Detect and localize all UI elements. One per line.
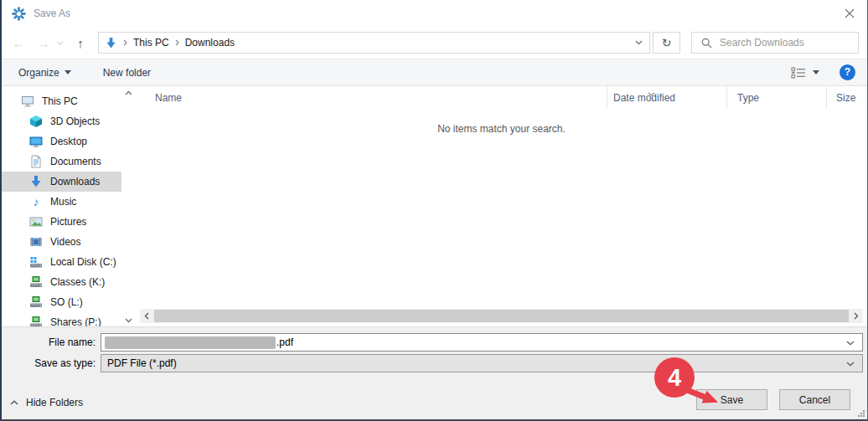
sidebar-item-label: 3D Objects: [50, 116, 100, 127]
sidebar-item-label: Desktop: [50, 136, 87, 147]
details-view-icon: [791, 67, 806, 79]
horizontal-scrollbar[interactable]: [140, 309, 863, 323]
sidebar-item-music[interactable]: ♪ Music: [2, 192, 121, 212]
recent-locations-chevron-icon[interactable]: [54, 39, 67, 47]
sidebar-item-label: Shares (P:): [50, 316, 101, 326]
chevron-down-icon[interactable]: [846, 336, 855, 348]
back-button[interactable]: ←: [8, 36, 28, 50]
3d-cube-icon: [29, 115, 43, 128]
hard-drive-icon: [29, 255, 43, 269]
sidebar-item-label: Downloads: [50, 176, 100, 187]
hide-folders-button[interactable]: Hide Folders: [10, 397, 83, 408]
address-bar[interactable]: This PC Downloads: [98, 32, 650, 54]
scroll-left-icon[interactable]: [140, 312, 153, 320]
search-input[interactable]: [720, 37, 858, 49]
music-note-icon: ♪: [29, 195, 43, 208]
column-headers: Name Date modified Type Size: [136, 86, 867, 109]
forward-button[interactable]: →: [34, 36, 54, 50]
close-icon[interactable]: [837, 3, 862, 23]
breadcrumb-this-pc[interactable]: This PC: [133, 37, 169, 49]
sidebar-item-desktop[interactable]: Desktop: [2, 131, 121, 151]
organize-button[interactable]: Organize: [18, 67, 71, 79]
scroll-down-icon[interactable]: [125, 318, 132, 323]
resize-grip-icon[interactable]: [857, 409, 865, 418]
new-folder-button[interactable]: New folder: [103, 67, 151, 79]
sidebar-item-label: Classes (K:): [50, 276, 105, 288]
sidebar-scrollbar[interactable]: [121, 86, 136, 326]
file-list-area: Name Date modified Type Size No items ma…: [136, 86, 867, 326]
sidebar-item-label: Pictures: [50, 216, 86, 228]
help-icon[interactable]: ?: [840, 64, 855, 80]
scroll-up-icon[interactable]: [125, 90, 132, 95]
organize-label: Organize: [18, 67, 59, 79]
network-drive-icon: [29, 275, 43, 289]
file-name-label: File name:: [2, 336, 101, 348]
save-as-type-row: Save as type: PDF File (*.pdf): [2, 354, 863, 372]
save-as-type-value: PDF File (*.pdf): [107, 357, 177, 369]
sidebar-item-videos[interactable]: Videos: [2, 232, 121, 252]
sidebar-item-downloads[interactable]: Downloads: [2, 172, 121, 192]
sidebar-item-pictures[interactable]: Pictures: [2, 212, 121, 232]
save-as-type-label: Save as type:: [2, 357, 101, 369]
sidebar-item-local-disk-c[interactable]: Local Disk (C:): [2, 252, 121, 272]
save-as-type-select[interactable]: PDF File (*.pdf): [101, 354, 863, 372]
dialog-body: This PC 3D Objects Desktop Documents: [2, 86, 867, 326]
search-box[interactable]: [691, 32, 859, 54]
column-header-size[interactable]: Size: [827, 86, 867, 109]
file-name-input[interactable]: .pdf: [101, 333, 863, 352]
folder-tree-sidebar: This PC 3D Objects Desktop Documents: [2, 86, 121, 326]
column-header-date-modified[interactable]: Date modified: [607, 86, 727, 109]
chevron-down-icon[interactable]: [846, 357, 855, 369]
window-title: Save As: [34, 8, 70, 19]
chevron-up-icon: [10, 400, 18, 405]
column-label: Type: [737, 92, 759, 104]
sidebar-item-label: SO (L:): [50, 296, 83, 308]
change-view-button[interactable]: [791, 67, 819, 79]
toolbar-right-group: ?: [791, 64, 867, 80]
sidebar-item-label: Music: [50, 196, 76, 208]
command-toolbar: Organize New folder: [2, 59, 867, 86]
sidebar-item-this-pc[interactable]: This PC: [2, 91, 121, 111]
up-button[interactable]: ↑: [70, 36, 90, 50]
film-icon: [29, 235, 43, 249]
sidebar-item-3d-objects[interactable]: 3D Objects: [2, 111, 121, 131]
sort-indicator-icon: [648, 87, 655, 99]
downloads-arrow-icon: [105, 37, 117, 49]
sidebar-item-label: Documents: [50, 156, 101, 167]
file-name-extension: .pdf: [276, 336, 293, 348]
empty-list-message: No items match your search.: [136, 123, 867, 135]
sidebar-item-classes-k[interactable]: Classes (K:): [2, 272, 121, 292]
address-dropdown-chevron-icon[interactable]: [628, 33, 649, 53]
breadcrumb-separator-icon: [175, 39, 179, 46]
sidebar-item-so-l[interactable]: SO (L:): [2, 292, 121, 312]
save-button[interactable]: Save: [696, 389, 767, 410]
network-drive-icon: [29, 316, 43, 326]
document-icon: [29, 155, 43, 168]
new-folder-label: New folder: [103, 67, 151, 79]
breadcrumb-downloads[interactable]: Downloads: [185, 37, 235, 49]
refresh-button[interactable]: ↻: [653, 32, 680, 54]
column-header-name[interactable]: Name: [136, 86, 607, 109]
scrollbar-thumb[interactable]: [154, 310, 849, 322]
breadcrumb-separator-icon: [123, 39, 127, 46]
chevron-down-icon: [813, 70, 819, 74]
sidebar-item-label: Videos: [50, 236, 80, 248]
sidebar-item-documents[interactable]: Documents: [2, 151, 121, 172]
redacted-file-name: [105, 336, 276, 349]
column-label: Date modified: [613, 92, 675, 104]
computer-icon: [21, 95, 34, 108]
sidebar-item-shares-p[interactable]: Shares (P:): [2, 312, 121, 326]
save-as-dialog: Save As ← → ↑ This PC Downloads: [0, 0, 868, 421]
scroll-right-icon[interactable]: [850, 312, 863, 320]
column-label: Name: [155, 92, 182, 104]
column-label: Size: [836, 92, 855, 104]
sidebar-item-label: This PC: [42, 95, 78, 107]
search-icon: [701, 38, 712, 49]
download-icon: [29, 175, 43, 188]
save-controls-panel: File name: .pdf Save as type: PDF File (…: [2, 326, 867, 419]
cancel-button[interactable]: Cancel: [779, 389, 850, 410]
navigation-bar: ← → ↑ This PC Downloads ↻: [2, 27, 867, 59]
hide-folders-label: Hide Folders: [26, 397, 83, 408]
column-header-type[interactable]: Type: [727, 86, 827, 109]
app-pinwheel-icon: [12, 7, 26, 21]
